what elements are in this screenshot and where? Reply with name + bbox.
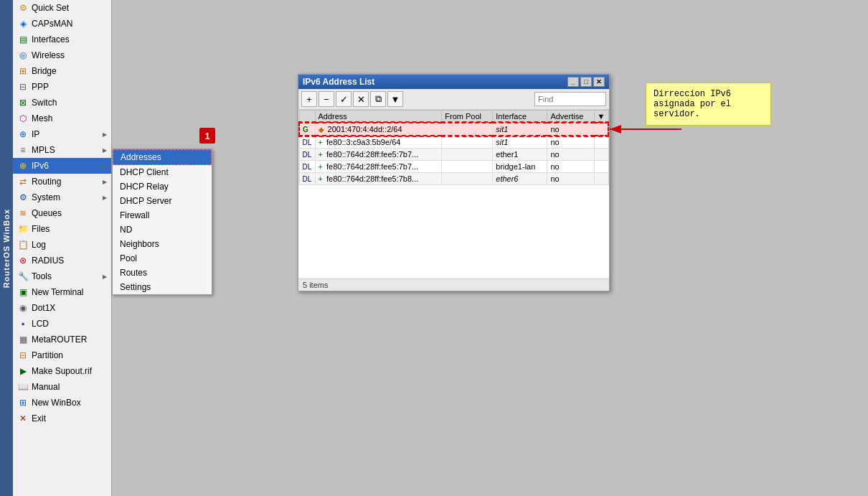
copy-button[interactable]: ⧉ (370, 91, 386, 107)
mpls-icon: ≡ (17, 144, 29, 156)
row-frompool (442, 161, 493, 173)
submenu-item-dhcprelay[interactable]: DHCP Relay (113, 179, 212, 194)
ipv6-submenu: Addresses DHCP Client DHCP Relay DHCP Se… (112, 149, 212, 295)
sidebar-item-mesh[interactable]: ⬡ Mesh (13, 111, 111, 126)
sidebar-item-dot1x[interactable]: ◉ Dot1X (13, 300, 111, 316)
table-row[interactable]: DL + fe80::3:c9a3:5b9e/64 sit1 no (299, 136, 608, 149)
restore-button[interactable]: □ (580, 77, 592, 87)
col-frompool[interactable]: From Pool (442, 111, 493, 123)
search-input[interactable] (534, 92, 606, 106)
sidebar-item-queues[interactable]: ≋ Queues (13, 205, 111, 221)
sidebar-item-radius[interactable]: ⊛ RADIUS (13, 253, 111, 268)
submenu-item-firewall[interactable]: Firewall (113, 208, 212, 223)
sidebar-item-supout[interactable]: ▶ Make Supout.rif (13, 363, 111, 379)
table-row[interactable]: G ◆ 2001:470:4:4dd::2/64 sit1 no (299, 123, 608, 136)
sidebar-item-label: Switch (32, 98, 57, 108)
row-flag: DL (299, 161, 315, 173)
sidebar-item-capsman[interactable]: ◈ CAPsMAN (13, 16, 111, 32)
sidebar-item-system[interactable]: ⚙ System (13, 189, 111, 205)
winbox-icon: ⊞ (17, 397, 29, 408)
sidebar-item-label: RADIUS (32, 256, 64, 266)
sidebar-item-label: Make Supout.rif (32, 366, 92, 376)
row-flag: DL (299, 149, 315, 161)
sidebar-item-label: IP (32, 129, 39, 139)
submenu-item-pool[interactable]: Pool (113, 251, 212, 266)
row-advertise: no (547, 173, 594, 185)
submenu-item-settings[interactable]: Settings (113, 280, 212, 294)
table-row[interactable]: DL + fe80::764d:28ff:fee5:7b7... ether1 … (299, 149, 608, 161)
submenu-item-dhcpclient[interactable]: DHCP Client (113, 165, 212, 179)
sidebar-item-label: PPP (32, 82, 49, 92)
supout-icon: ▶ (17, 365, 29, 377)
sidebar-item-mpls[interactable]: ≡ MPLS (13, 142, 111, 158)
table-row[interactable]: DL + fe80::764d:28ff:fee5:7b8... ether6 … (299, 173, 608, 185)
submenu-item-routes[interactable]: Routes (113, 266, 212, 280)
row-interface: sit1 (493, 136, 547, 149)
remove-button[interactable]: − (319, 91, 334, 107)
caps-icon: ◈ (17, 18, 29, 29)
close-button[interactable]: ✕ (593, 77, 605, 87)
filter-button[interactable]: ▼ (387, 91, 403, 107)
sidebar-item-wireless[interactable]: ◎ Wireless (13, 47, 111, 63)
enable-button[interactable]: ✓ (336, 91, 352, 107)
sidebar-item-metarouter[interactable]: ▦ MetaROUTER (13, 332, 111, 347)
row-interface: sit1 (493, 123, 547, 136)
sidebar-item-bridge[interactable]: ⊞ Bridge (13, 63, 111, 79)
row-flag: G (299, 123, 315, 136)
sidebar-item-ip[interactable]: ⊕ IP (13, 126, 111, 142)
row-frompool (442, 123, 493, 136)
callout-text: Dirreccion IPv6 asignada por el servidor… (654, 89, 731, 119)
window-toolbar: + − ✓ ✕ ⧉ ▼ (298, 89, 609, 110)
disable-button[interactable]: ✕ (353, 91, 369, 107)
ppp-icon: ⊟ (17, 81, 29, 93)
sidebar-item-newterminal[interactable]: ▣ New Terminal (13, 284, 111, 300)
terminal-icon: ▣ (17, 286, 29, 298)
sidebar-item-ipv6[interactable]: ⊕ IPv6 (13, 158, 111, 174)
bridge-icon: ⊞ (17, 65, 29, 77)
sidebar-item-ppp[interactable]: ⊟ PPP (13, 79, 111, 95)
sidebar-item-lcd[interactable]: ▪ LCD (13, 316, 111, 332)
sidebar-item-files[interactable]: 📁 Files (13, 221, 111, 237)
radius-icon: ⊛ (17, 255, 29, 266)
row-advertise: no (547, 161, 594, 173)
interfaces-icon: ▤ (17, 34, 29, 45)
col-extra[interactable]: ▼ (594, 111, 608, 123)
routing-icon: ⇄ (17, 176, 29, 187)
col-address[interactable]: Address (315, 111, 442, 123)
sidebar-item-interfaces[interactable]: ▤ Interfaces (13, 32, 111, 47)
col-flag[interactable] (299, 111, 315, 123)
sidebar-item-label: New WinBox (32, 398, 81, 408)
submenu-item-nd[interactable]: ND (113, 223, 212, 237)
vertical-label-text: RouterOS WinBox (2, 208, 11, 287)
sidebar-item-partition[interactable]: ⊟ Partition (13, 347, 111, 363)
window-statusbar: 5 items (298, 279, 609, 291)
sidebar-item-label: Wireless (32, 50, 65, 60)
sidebar-item-label: Routing (32, 177, 61, 187)
switch-icon: ⊠ (17, 97, 29, 108)
submenu-item-neighbors[interactable]: Neighbors (113, 237, 212, 251)
empty-table-space (298, 185, 609, 279)
sidebar-item-routing[interactable]: ⇄ Routing (13, 174, 111, 189)
submenu-item-dhcpserver[interactable]: DHCP Server (113, 194, 212, 208)
add-button[interactable]: + (301, 91, 317, 107)
row-address: ◆ 2001:470:4:4dd::2/64 (315, 123, 442, 136)
col-advertise[interactable]: Advertise (547, 111, 594, 123)
row-address: + fe80::764d:28ff:fee5:7b7... (315, 149, 442, 161)
row-interface: ether1 (493, 149, 547, 161)
sidebar-item-manual[interactable]: 📖 Manual (13, 379, 111, 395)
wireless-icon: ◎ (17, 50, 29, 61)
sidebar-item-switch[interactable]: ⊠ Switch (13, 95, 111, 111)
sidebar-item-log[interactable]: 📋 Log (13, 237, 111, 253)
sidebar-item-label: Tools (32, 271, 52, 281)
window-titlebar[interactable]: IPv6 Address List _ □ ✕ (298, 75, 609, 89)
sidebar-item-label: Partition (32, 350, 63, 360)
sidebar-item-tools[interactable]: 🔧 Tools (13, 268, 111, 284)
minimize-button[interactable]: _ (567, 77, 579, 87)
sidebar-item-newwinbox[interactable]: ⊞ New WinBox (13, 395, 111, 411)
sidebar-item-quickset[interactable]: ⚙ Quick Set (13, 0, 111, 16)
sidebar-item-exit[interactable]: ✕ Exit (13, 411, 111, 426)
table-row[interactable]: DL + fe80::764d:28ff:fee5:7b7... bridge1… (299, 161, 608, 173)
submenu-item-addresses[interactable]: Addresses (113, 149, 212, 165)
col-interface[interactable]: Interface (493, 111, 547, 123)
row-frompool (442, 173, 493, 185)
